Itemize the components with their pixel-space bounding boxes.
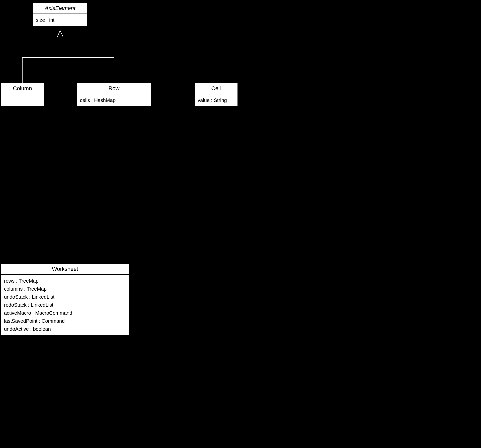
worksheet-class: Worksheet rows : TreeMap columns : TreeM… (1, 263, 130, 335)
inheritance-arrows (0, 0, 481, 276)
worksheet-attr-undoactive: undoActive : boolean (4, 325, 126, 333)
column-body (1, 94, 44, 106)
worksheet-attr-lastsavedpoint: lastSavedPoint : Command (4, 317, 126, 325)
worksheet-title: Worksheet (1, 264, 129, 275)
column-title: Column (1, 83, 44, 94)
worksheet-attr-rows: rows : TreeMap (4, 277, 126, 285)
cell-body: value : String (195, 94, 237, 106)
svg-marker-4 (57, 31, 63, 37)
column-class: Column (1, 83, 44, 107)
worksheet-attr-undostack: undoStack : LinkedList (4, 293, 126, 301)
worksheet-attr-activemacro: activeMacro : MacroCommand (4, 309, 126, 317)
cell-title: Cell (195, 83, 237, 94)
row-title: Row (77, 83, 151, 94)
cell-attr-value: value : String (198, 96, 234, 104)
worksheet-attr-redostack: redoStack : LinkedList (4, 301, 126, 309)
worksheet-attr-columns: columns : TreeMap (4, 285, 126, 293)
row-body: cells : HashMap (77, 94, 151, 106)
cell-class: Cell value : String (194, 83, 238, 107)
row-class: Row cells : HashMap (76, 83, 152, 107)
worksheet-body: rows : TreeMap columns : TreeMap undoSta… (1, 275, 129, 335)
row-attr-cells: cells : HashMap (80, 96, 148, 104)
